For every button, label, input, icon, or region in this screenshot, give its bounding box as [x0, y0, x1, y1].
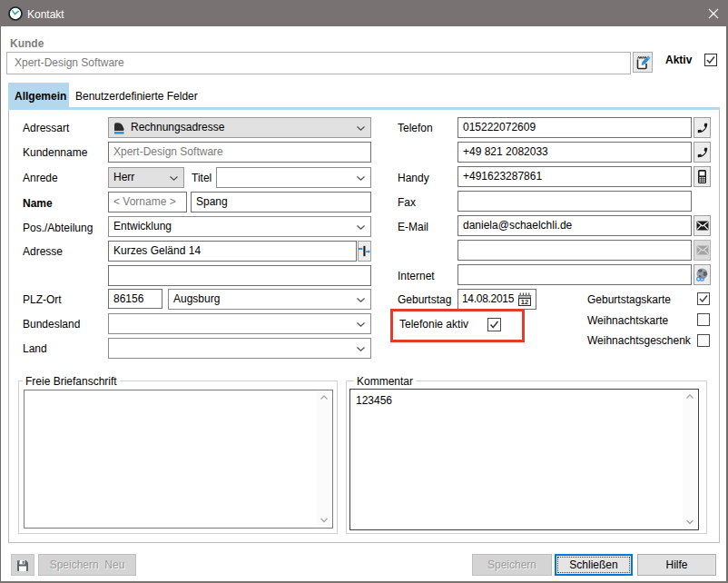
svg-text:12: 12	[521, 298, 528, 306]
